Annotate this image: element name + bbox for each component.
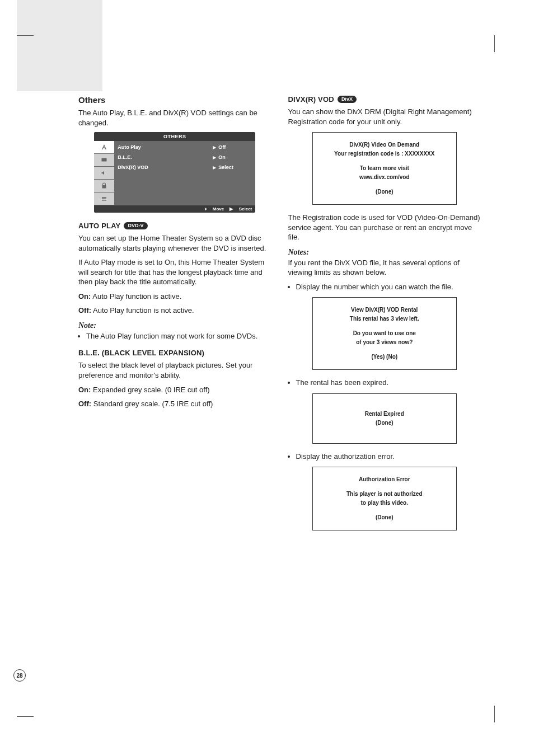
autoplay-on-line: On: Auto Play function is active. <box>78 292 271 302</box>
others-tab-icon <box>94 192 114 205</box>
divx-rental-box: View DivX(R) VOD Rental This rental has … <box>312 297 457 370</box>
osd-item-value: Off <box>218 144 252 150</box>
rental-expired-box: Rental Expired (Done) <box>312 393 457 444</box>
notes-intro: If you rent the DivX VOD file, it has se… <box>288 258 481 278</box>
box3-line2: (Done) <box>317 419 452 428</box>
divx-badge: DivX <box>338 96 357 103</box>
crop-mark <box>494 706 495 722</box>
right-arrow-icon: ▶ <box>213 155 216 160</box>
box3-line1: Rental Expired <box>317 410 452 419</box>
osd-menu-row: DivX(R) VOD ▶ Select <box>114 162 255 172</box>
box1-line2: Your registration code is : XXXXXXXX <box>317 149 452 158</box>
osd-menu-row: Auto Play ▶ Off <box>114 142 255 152</box>
right-arrow-icon: ▶ <box>213 165 216 170</box>
box2-line2: This rental has 3 view left. <box>317 314 452 323</box>
crop-mark <box>17 35 34 36</box>
off-label: Off: <box>78 400 91 408</box>
section-heading-others: Others <box>78 95 271 105</box>
divx-bullet-3: Display the authorization error. <box>296 452 481 462</box>
ble-desc: To select the black level of playback pi… <box>78 360 271 380</box>
move-hint: ♦ Move <box>204 206 224 212</box>
ble-subheading: B.L.E. (BLACK LEVEL EXPANSION) <box>78 349 204 357</box>
select-hint-label: Select <box>239 206 252 212</box>
on-text: Auto Play function is active. <box>91 292 181 300</box>
ble-on-line: On: Expanded grey scale. (0 IRE cut off) <box>78 385 271 395</box>
dvd-v-badge: DVD-V <box>124 222 147 229</box>
off-text: Standard grey scale. (7.5 IRE cut off) <box>91 400 213 408</box>
osd-item-name: Auto Play <box>118 144 210 150</box>
autoplay-off-line: Off: Auto Play function is not active. <box>78 306 271 316</box>
notes-heading: Notes: <box>288 248 481 257</box>
off-text: Auto Play function is not active. <box>91 306 194 314</box>
autoplay-desc-1: You can set up the Home Theater System s… <box>78 233 271 253</box>
divx-registration-box: DivX(R) Video On Demand Your registratio… <box>312 132 457 205</box>
box2-line4: of your 3 views now? <box>317 338 452 347</box>
osd-item-value: On <box>218 154 252 160</box>
box4-line1: Authorization Error <box>317 475 452 484</box>
page-number: 28 <box>13 669 26 682</box>
box2-line5: (Yes) (No) <box>317 353 452 361</box>
display-tab-icon <box>94 154 114 166</box>
move-hint-label: Move <box>213 206 224 212</box>
note-heading: Note: <box>78 321 271 330</box>
off-label: Off: <box>78 306 91 314</box>
auth-error-box: Authorization Error This player is not a… <box>312 467 457 530</box>
divx-bullet-1: Display the number which you can watch t… <box>296 282 481 292</box>
divx-bullet-2: The rental has been expired. <box>296 378 481 388</box>
ble-off-line: Off: Standard grey scale. (7.5 IRE cut o… <box>78 399 271 409</box>
crop-mark <box>17 716 34 717</box>
divx-desc-1: You can show the DivX DRM (Digital Right… <box>288 107 481 126</box>
autoplay-desc-2: If Auto Play mode is set to On, this Hom… <box>78 257 271 287</box>
box4-line4: (Done) <box>317 513 452 522</box>
osd-menu-row: B.L.E. ▶ On <box>114 152 255 162</box>
note-bullet: The Auto Play function may not work for … <box>86 331 271 341</box>
on-text: Expanded grey scale. (0 IRE cut off) <box>91 386 209 394</box>
left-column: Others The Auto Play, B.L.E. and DivX(R)… <box>78 95 271 538</box>
language-tab-icon <box>94 141 114 153</box>
box1-line1: DivX(R) Video On Demand <box>317 140 452 149</box>
box1-line3: To learn more visit <box>317 164 452 173</box>
page-header-tab <box>17 0 102 91</box>
osd-menu-title: OTHERS <box>94 132 255 141</box>
svg-rect-0 <box>102 158 107 162</box>
crop-mark <box>494 35 495 52</box>
box2-line1: View DivX(R) VOD Rental <box>317 306 452 314</box>
osd-menu-footer: ♦ Move ▶ Select <box>94 205 255 213</box>
box2-line3: Do you want to use one <box>317 329 452 338</box>
box1-line4: www.divx.com/vod <box>317 173 452 182</box>
lock-tab-icon <box>94 180 114 192</box>
osd-item-value: Select <box>218 165 252 170</box>
box4-line3: to play this video. <box>317 499 452 508</box>
autoplay-subheading: AUTO PLAY <box>78 222 120 230</box>
box1-line5: (Done) <box>317 187 452 196</box>
select-hint: ▶ Select <box>229 206 252 212</box>
osd-menu-screenshot: OTHERS <box>94 132 255 213</box>
on-label: On: <box>78 292 91 300</box>
osd-item-name: DivX(R) VOD <box>118 165 210 170</box>
divx-desc-2: The Registration code is used for VOD (V… <box>288 213 481 242</box>
on-label: On: <box>78 386 91 394</box>
others-intro-text: The Auto Play, B.L.E. and DivX(R) VOD se… <box>78 108 271 128</box>
divx-subheading: DIVX(R) VOD <box>288 95 334 104</box>
osd-menu-tab-icons <box>94 141 114 205</box>
right-arrow-icon: ▶ <box>213 145 216 150</box>
box4-line2: This player is not authorized <box>317 490 452 499</box>
audio-tab-icon <box>94 167 114 179</box>
osd-item-name: B.L.E. <box>118 154 210 160</box>
right-column: DIVX(R) VOD DivX You can show the DivX D… <box>288 95 481 538</box>
